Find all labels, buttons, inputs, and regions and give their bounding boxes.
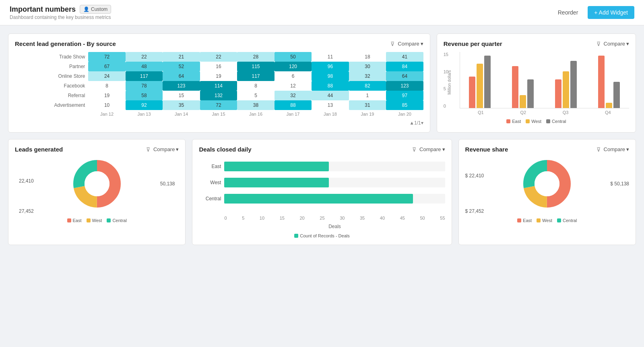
deals-header: Deals closed daily ⊽ Compare ▾ xyxy=(199,146,445,153)
west-legend-label: West xyxy=(531,119,541,124)
deals-title: Deals closed daily xyxy=(199,146,251,153)
reorder-button[interactable]: Reorder xyxy=(553,7,583,18)
hbar-chart: EastWestCentral xyxy=(199,158,445,214)
heatmap-cell: 72 xyxy=(200,100,237,110)
east-bar xyxy=(555,79,561,108)
col-label: Jan 12 xyxy=(88,110,125,118)
hbar-label: East xyxy=(199,164,221,169)
y-tick-15: 15 xyxy=(444,52,448,57)
compare-button[interactable]: Compare ▾ xyxy=(604,146,629,152)
row-label: Trade Show xyxy=(15,52,88,62)
heatmap-cell: 72 xyxy=(88,52,125,62)
filter-icon[interactable]: ⊽ xyxy=(597,146,601,153)
lead-gen-controls: ⊽ Compare ▾ xyxy=(390,41,423,47)
header-title-row: Important numbers 👤 Custom xyxy=(10,5,111,14)
central-legend-dot xyxy=(546,119,550,123)
leads-value-bottom: 27,452 xyxy=(19,208,34,214)
west-dot xyxy=(87,218,91,222)
hbar-track xyxy=(224,162,445,171)
col-label: Jan 20 xyxy=(386,110,423,118)
revenue-share-header: Revenue share ⊽ Compare ▾ xyxy=(465,146,629,153)
heatmap-row: Advertisement109235723888133185 xyxy=(15,100,423,110)
central-bar xyxy=(613,82,620,108)
legend-central: Central xyxy=(546,119,566,124)
hbar-label: Central xyxy=(199,196,221,202)
heatmap-cell: 64 xyxy=(386,71,423,81)
heatmap-cell: 98 xyxy=(312,71,349,81)
hbar-row: East xyxy=(199,162,445,171)
header-subtitle: Dashboard containing the key business me… xyxy=(10,15,111,20)
heatmap-row: Partner67485216115120963084 xyxy=(15,62,423,71)
hbar-tick: 50 xyxy=(420,216,425,220)
hbar-tick: 40 xyxy=(380,216,385,220)
lead-gen-title: Recent lead generation - By source xyxy=(15,40,116,47)
bar-group xyxy=(589,56,629,108)
deals-x-label: Deals xyxy=(199,224,445,229)
deals-legend: Count of Records - Deals xyxy=(199,233,445,238)
hbar-tick: 35 xyxy=(360,216,365,220)
heatmap-cell: 8 xyxy=(237,81,274,91)
east-legend-label: East xyxy=(512,119,521,124)
col-label: Jan 13 xyxy=(126,110,163,118)
filter-icon[interactable]: ⊽ xyxy=(412,146,416,153)
heatmap-cell: 97 xyxy=(386,91,423,100)
revenue-donut-chart xyxy=(521,158,573,210)
heatmap-cell: 96 xyxy=(312,62,349,71)
row-label: Facebook xyxy=(15,81,88,91)
bar-group xyxy=(460,56,500,108)
hbar-tick: 30 xyxy=(340,216,345,220)
lead-gen-header: Recent lead generation - By source ⊽ Com… xyxy=(15,40,423,47)
badge-label: Custom xyxy=(91,6,107,12)
heatmap-cell: 58 xyxy=(126,91,163,100)
chevron-down-icon: ▾ xyxy=(176,146,179,152)
dashboard: Recent lead generation - By source ⊽ Com… xyxy=(0,25,644,253)
revenue-share-legend: East West Central xyxy=(465,218,629,223)
hbar-row: Central xyxy=(199,194,445,204)
heatmap-cell: 10 xyxy=(88,100,125,110)
west-bar xyxy=(563,71,569,108)
heatmap-cell: 6 xyxy=(275,71,312,81)
west-dot xyxy=(537,218,541,222)
heatmap-cell: 44 xyxy=(312,91,349,100)
heatmap-cell: 5 xyxy=(237,91,274,100)
heatmap-row: Referral19581513253244197 xyxy=(15,91,423,100)
page-down-icon[interactable]: ▾ xyxy=(421,120,423,126)
heatmap-cell: 117 xyxy=(237,71,274,81)
revenue-quarter-card: Revenue per quarter ⊽ Compare ▾ 15 10 5 … xyxy=(437,33,636,133)
x-label: Q1 xyxy=(460,110,502,115)
col-label: Jan 19 xyxy=(349,110,386,118)
filter-icon[interactable]: ⊽ xyxy=(390,41,394,47)
row-label: Partner xyxy=(15,62,88,71)
filter-icon[interactable]: ⊽ xyxy=(146,146,150,153)
leads-value-left: 22,410 xyxy=(19,178,34,184)
heatmap-cell: 32 xyxy=(275,91,312,100)
col-label: Jan 16 xyxy=(237,110,274,118)
heatmap-cell: 11 xyxy=(312,52,349,62)
west-bar xyxy=(477,64,483,108)
col-label: Jan 17 xyxy=(275,110,312,118)
leads-legend: East West Central xyxy=(15,218,179,223)
heatmap-cell: 88 xyxy=(275,100,312,110)
x-label: Q3 xyxy=(544,110,586,115)
heatmap-cell: 67 xyxy=(88,62,125,71)
heatmap-cell: 13 xyxy=(312,100,349,110)
east-label: East xyxy=(73,218,82,223)
central-bar xyxy=(484,56,491,108)
badge-icon: 👤 xyxy=(83,6,89,12)
heatmap-cell: 32 xyxy=(349,71,386,81)
bar-group xyxy=(546,61,586,108)
compare-button[interactable]: Compare ▾ xyxy=(398,41,423,47)
legend-west: West xyxy=(526,119,541,124)
compare-button[interactable]: Compare ▾ xyxy=(153,146,179,152)
hbar-tick: 0 xyxy=(224,216,227,220)
compare-button[interactable]: Compare ▾ xyxy=(419,146,445,152)
custom-badge[interactable]: 👤 Custom xyxy=(80,5,111,14)
hbar-x-axis: 0510152025303540455055 xyxy=(199,216,445,220)
legend-east: East xyxy=(506,119,521,124)
add-widget-button[interactable]: + Add Widget xyxy=(588,6,634,19)
heatmap-row: Facebook8781231148128882123 xyxy=(15,81,423,91)
heatmap-cell: 115 xyxy=(237,62,274,71)
compare-button[interactable]: Compare ▾ xyxy=(604,41,629,47)
legend-central: Central xyxy=(557,218,577,223)
filter-icon[interactable]: ⊽ xyxy=(597,41,601,47)
